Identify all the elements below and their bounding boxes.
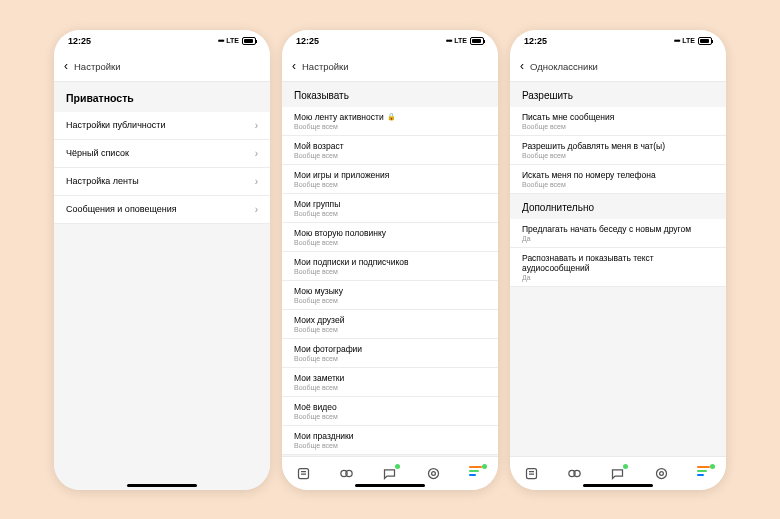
row-label: Мои фотографии: [294, 344, 486, 354]
row-label: Мои праздники: [294, 431, 486, 441]
content-area: Разрешить Писать мне сообщения Вообще вс…: [510, 82, 726, 456]
row-activity-feed[interactable]: Мою ленту активности🔒 Вообще всем: [282, 107, 498, 136]
back-chevron-icon[interactable]: ‹: [64, 59, 68, 73]
row-sub: Да: [522, 274, 714, 281]
row-music[interactable]: Мою музыку Вообще всем: [282, 281, 498, 310]
notification-badge: [395, 464, 400, 469]
status-time: 12:25: [68, 36, 91, 46]
tab-menu-icon[interactable]: [697, 466, 712, 481]
battery-icon: [698, 37, 712, 45]
battery-icon: [470, 37, 484, 45]
notification-badge: [623, 464, 628, 469]
tab-discussions-icon[interactable]: [339, 466, 354, 481]
row-relationship[interactable]: Мою вторую половинку Вообще всем: [282, 223, 498, 252]
back-chevron-icon[interactable]: ‹: [292, 59, 296, 73]
row-publicity-settings[interactable]: Настройки публичности ›: [54, 112, 270, 140]
row-friends[interactable]: Моих друзей Вообще всем: [282, 310, 498, 339]
home-indicator[interactable]: [127, 484, 197, 487]
back-chevron-icon[interactable]: ‹: [520, 59, 524, 73]
network-label: LTE: [682, 37, 695, 44]
signal-icon: ▪▪▪▪: [674, 36, 679, 45]
row-groups[interactable]: Мои группы Вообще всем: [282, 194, 498, 223]
row-sub: Вообще всем: [294, 239, 486, 246]
row-sub: Вообще всем: [294, 355, 486, 362]
row-label: Мои подписки и подписчиков: [294, 257, 486, 267]
tab-menu-icon[interactable]: [469, 466, 484, 481]
svg-point-12: [656, 468, 666, 478]
row-sub: Вообще всем: [294, 413, 486, 420]
tab-feed-icon[interactable]: [524, 466, 539, 481]
tab-messages-icon[interactable]: [382, 466, 397, 481]
home-indicator[interactable]: [355, 484, 425, 487]
row-sub: Вообще всем: [294, 297, 486, 304]
row-subscriptions[interactable]: Мои подписки и подписчиков Вообще всем: [282, 252, 498, 281]
row-sub: Да: [522, 235, 714, 242]
row-audio-transcribe[interactable]: Распознавать и показывать текст аудиосоо…: [510, 248, 726, 287]
row-find-by-phone[interactable]: Искать меня по номеру телефона Вообще вс…: [510, 165, 726, 194]
home-indicator[interactable]: [583, 484, 653, 487]
nav-bar: ‹ Настройки: [282, 52, 498, 82]
row-sub: Вообще всем: [294, 210, 486, 217]
row-label: Мою музыку: [294, 286, 486, 296]
nav-bar: ‹ Настройки: [54, 52, 270, 82]
chevron-right-icon: ›: [255, 176, 258, 187]
row-feed-settings[interactable]: Настройка ленты ›: [54, 168, 270, 196]
row-sub: Вообще всем: [294, 442, 486, 449]
status-bar: 12:25 ▪▪▪▪ LTE: [54, 30, 270, 52]
svg-point-6: [431, 471, 435, 475]
row-photos[interactable]: Мои фотографии Вообще всем: [282, 339, 498, 368]
row-sub: Вообще всем: [522, 123, 714, 130]
svg-point-13: [659, 471, 663, 475]
phone-visibility-settings: 12:25 ▪▪▪▪ LTE ‹ Настройки Показывать Мо…: [282, 30, 498, 490]
tab-notifications-icon[interactable]: [654, 466, 669, 481]
battery-icon: [242, 37, 256, 45]
network-label: LTE: [226, 37, 239, 44]
row-age[interactable]: Мой возраст Вообще всем: [282, 136, 498, 165]
notification-badge: [710, 464, 715, 469]
row-sub: Вообще всем: [294, 384, 486, 391]
status-bar: 12:25 ▪▪▪▪ LTE: [282, 30, 498, 52]
tab-discussions-icon[interactable]: [567, 466, 582, 481]
row-sub: Вообще всем: [294, 181, 486, 188]
content-area: Показывать Мою ленту активности🔒 Вообще …: [282, 82, 498, 456]
lock-icon: 🔒: [387, 113, 396, 121]
tab-feed-icon[interactable]: [296, 466, 311, 481]
section-header-additional: Дополнительно: [510, 194, 726, 219]
chevron-right-icon: ›: [255, 148, 258, 159]
nav-bar: ‹ Одноклассники: [510, 52, 726, 82]
row-label: Сообщения и оповещения: [66, 204, 177, 214]
row-add-to-chats[interactable]: Разрешить добавлять меня в чат(ы) Вообще…: [510, 136, 726, 165]
row-label: Настройки публичности: [66, 120, 165, 130]
chevron-right-icon: ›: [255, 120, 258, 131]
row-label: Мой возраст: [294, 141, 486, 151]
row-label: Мою ленту активности: [294, 112, 384, 122]
row-sub: Вообще всем: [294, 268, 486, 275]
chevron-right-icon: ›: [255, 204, 258, 215]
row-sub: Вообще всем: [294, 326, 486, 333]
section-header-allow: Разрешить: [510, 82, 726, 107]
row-holidays[interactable]: Мои праздники Вообще всем: [282, 426, 498, 455]
row-write-messages[interactable]: Писать мне сообщения Вообще всем: [510, 107, 726, 136]
back-label[interactable]: Настройки: [74, 61, 121, 72]
page-title: Приватность: [54, 82, 270, 112]
row-notes[interactable]: Мои заметки Вообще всем: [282, 368, 498, 397]
back-label[interactable]: Настройки: [302, 61, 349, 72]
row-blacklist[interactable]: Чёрный список ›: [54, 140, 270, 168]
row-label: Разрешить добавлять меня в чат(ы): [522, 141, 714, 151]
row-games-apps[interactable]: Мои игры и приложения Вообще всем: [282, 165, 498, 194]
svg-point-5: [428, 468, 438, 478]
row-label: Распознавать и показывать текст аудиосоо…: [522, 253, 714, 273]
row-messages-notifications[interactable]: Сообщения и оповещения ›: [54, 196, 270, 224]
tab-messages-icon[interactable]: [610, 466, 625, 481]
row-label: Предлагать начать беседу с новым другом: [522, 224, 714, 234]
back-label[interactable]: Одноклассники: [530, 61, 598, 72]
row-label: Моё видео: [294, 402, 486, 412]
row-video[interactable]: Моё видео Вообще всем: [282, 397, 498, 426]
row-label: Моих друзей: [294, 315, 486, 325]
tab-notifications-icon[interactable]: [426, 466, 441, 481]
row-label: Мои игры и приложения: [294, 170, 486, 180]
signal-icon: ▪▪▪▪: [218, 36, 223, 45]
row-label: Искать меня по номеру телефона: [522, 170, 714, 180]
signal-icon: ▪▪▪▪: [446, 36, 451, 45]
row-suggest-chat[interactable]: Предлагать начать беседу с новым другом …: [510, 219, 726, 248]
